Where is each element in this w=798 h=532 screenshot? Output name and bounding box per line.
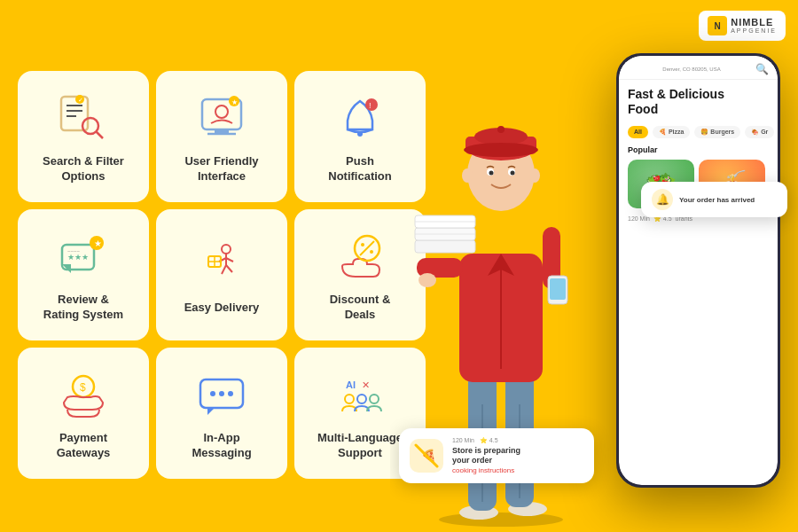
multi-language-icon: AI ✕ <box>332 367 388 424</box>
svg-text:AI: AI <box>346 379 356 390</box>
svg-text:★★★: ★★★ <box>67 253 89 262</box>
order-text-block: 120 Min ⭐ 4.5 Store is preparing your or… <box>452 437 583 474</box>
svg-text:~~~~: ~~~~ <box>67 248 81 254</box>
discount-deals-icon <box>332 229 388 286</box>
feature-search-filter[interactable]: ✓ Search & FilterOptions <box>18 71 149 202</box>
easy-delivery-icon <box>193 237 250 293</box>
phone-hero-title: Fast & Delicious Food <box>628 87 769 117</box>
review-rating-label: Review &Rating System <box>43 293 123 323</box>
svg-point-42 <box>228 391 233 396</box>
search-filter-icon: ✓ <box>55 90 112 147</box>
svg-point-47 <box>370 395 379 403</box>
svg-line-29 <box>226 265 232 272</box>
svg-point-40 <box>210 391 215 396</box>
svg-text:!: ! <box>369 101 372 110</box>
svg-point-77 <box>489 171 494 176</box>
discount-deals-label: Discount &Deals <box>330 293 391 323</box>
category-all[interactable]: All <box>628 126 648 138</box>
svg-rect-2 <box>61 97 88 130</box>
svg-point-74 <box>497 126 505 133</box>
right-section: Denver, CO 80205, USA 🔍 Fast & Delicious… <box>390 0 798 532</box>
svg-rect-60 <box>415 240 475 253</box>
svg-point-17 <box>365 98 378 111</box>
order-preparing-card: 🍕 120 Min ⭐ 4.5 Store is preparing your … <box>399 428 594 483</box>
svg-point-36 <box>370 250 373 254</box>
in-app-messaging-icon <box>193 367 250 424</box>
svg-point-78 <box>511 171 515 176</box>
svg-point-48 <box>439 512 563 527</box>
phone-mockup: Denver, CO 80205, USA 🔍 Fast & Delicious… <box>616 53 780 488</box>
search-filter-label: Search & FilterOptions <box>43 154 124 184</box>
payment-gateways-icon: $ <box>55 367 112 424</box>
push-notification-icon: ! <box>332 90 388 147</box>
svg-text:★: ★ <box>94 239 102 248</box>
push-notification-label: PushNotification <box>328 154 392 184</box>
payment-gateways-label: PaymentGateways <box>57 431 111 461</box>
category-burgers[interactable]: 🍔 Burgers <box>694 126 740 138</box>
svg-text:🍕: 🍕 <box>421 449 437 464</box>
svg-line-28 <box>222 265 226 274</box>
phone-location: Denver, CO 80205, USA <box>662 66 720 72</box>
order-time: 120 Min <box>452 437 474 444</box>
svg-point-79 <box>462 168 473 183</box>
svg-text:$: $ <box>80 381 86 394</box>
svg-point-80 <box>529 168 540 183</box>
notification-bell-icon: 🔔 <box>652 189 673 210</box>
user-friendly-label: User FriendlyInterface <box>184 154 258 184</box>
svg-point-24 <box>222 245 231 254</box>
order-title: Store is preparing your order <box>452 446 583 466</box>
svg-rect-68 <box>550 278 566 300</box>
phone-popular-label: Popular <box>619 142 778 156</box>
order-arrived-notification: 🔔 Your order has arrived <box>641 182 787 217</box>
feature-in-app-messaging[interactable]: In-AppMessaging <box>156 348 287 479</box>
easy-delivery-label: Easy Delivery <box>184 301 260 316</box>
notification-text: Your order has arrived <box>679 196 755 204</box>
order-meta: 120 Min ⭐ 4.5 <box>452 437 583 444</box>
phone-hero: Fast & Delicious Food <box>619 80 778 122</box>
svg-point-16 <box>357 131 363 137</box>
svg-text:✓: ✓ <box>78 97 83 103</box>
phone-header: Denver, CO 80205, USA 🔍 <box>619 56 778 80</box>
phone-categories: All 🍕 Pizza 🍔 Burgers 🍖 Gr <box>619 122 778 142</box>
user-friendly-icon: ★ <box>193 90 250 147</box>
category-pizza[interactable]: 🍕 Pizza <box>653 126 690 138</box>
svg-line-27 <box>226 258 233 262</box>
feature-user-friendly[interactable]: ★ User FriendlyInterface <box>156 71 287 202</box>
svg-point-65 <box>419 273 436 287</box>
category-grill[interactable]: 🍖 Gr <box>745 126 774 138</box>
in-app-messaging-label: In-AppMessaging <box>192 431 251 461</box>
svg-text:✕: ✕ <box>362 379 370 390</box>
svg-point-41 <box>219 391 224 396</box>
svg-point-73 <box>464 143 538 157</box>
phone-search-icon[interactable]: 🔍 <box>755 63 769 75</box>
feature-payment-gateways[interactable]: $ PaymentGateways <box>18 348 149 479</box>
order-cooking-link[interactable]: cooking instructions <box>452 466 583 474</box>
svg-point-13 <box>215 106 228 118</box>
order-preparing-icon: 🍕 <box>410 439 443 473</box>
phone-screen: Denver, CO 80205, USA 🔍 Fast & Delicious… <box>619 56 778 485</box>
features-grid: ✓ Search & FilterOptions ★ User Friendly… <box>18 71 426 479</box>
svg-point-45 <box>345 395 354 403</box>
svg-text:★: ★ <box>231 98 238 106</box>
feature-review-rating[interactable]: ★★★ ~~~~ ★ Review &Rating System <box>18 209 149 340</box>
order-rating: ⭐ 4.5 <box>480 437 498 444</box>
svg-line-7 <box>96 131 103 138</box>
review-rating-icon: ★★★ ~~~~ ★ <box>55 229 112 286</box>
svg-point-46 <box>357 395 366 403</box>
feature-easy-delivery[interactable]: Easy Delivery <box>156 209 287 340</box>
svg-point-35 <box>361 243 364 246</box>
